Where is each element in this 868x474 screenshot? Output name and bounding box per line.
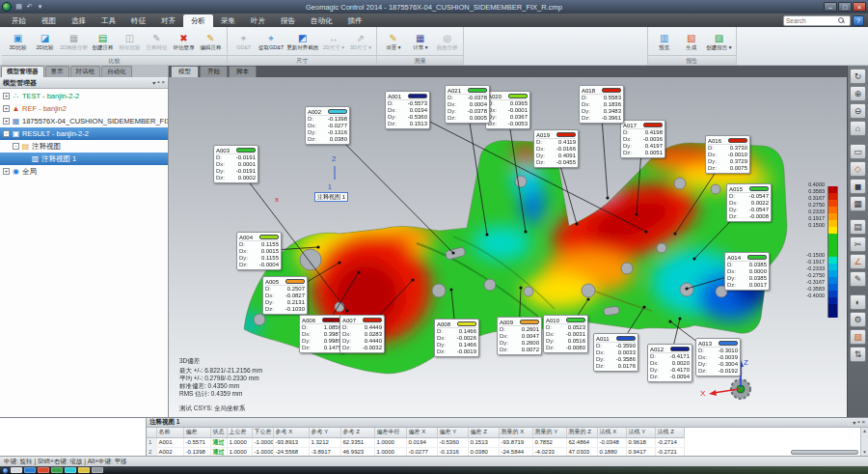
annotation-callout-A003[interactable]: A003D:-0.0191Dx:0.0001Dy:-0.0191Dz:0.000… [213,145,258,183]
create-annotation-button[interactable]: ▤创建注释 [90,32,116,51]
start-button[interactable] [2,467,9,474]
create-report-button[interactable]: ▨创建报告 ▾ [705,32,732,51]
table-column-header[interactable]: 法线 Z [655,428,684,437]
scene-3d[interactable]: 2 1 x Z X [169,77,847,417]
rotate-button[interactable]: ↻ [850,69,866,84]
layers-button[interactable]: ▧ [850,329,866,345]
edges-mode-button[interactable]: ▤ [850,219,866,235]
dim-3d-button[interactable]: ⇗3D尺寸 ▾ [347,32,373,51]
qat-dropdown-icon[interactable]: ▾ [36,2,44,12]
zoom-out-button[interactable]: ⊖ [850,103,866,119]
taskbar-app-1[interactable] [11,467,22,473]
grid-2d-button[interactable]: ▦2D网格分析 [59,32,89,51]
tree-expand-icon[interactable]: + [3,118,10,125]
shaded-mode-button[interactable]: ◼ [850,179,866,194]
tree-item-2[interactable]: +▲REF - banjin2 [0,102,168,115]
view-iso-button[interactable]: ◇ [850,161,866,177]
measure-button[interactable]: ∠ [850,254,866,269]
annotation-callout-A009[interactable]: A009D:0.2601Dx:0.0047Dy:0.2600Dz:0.0072 [497,317,542,355]
scroll-up-icon[interactable]: ▲ [861,428,868,434]
table-column-header[interactable]: 名称 [156,428,183,437]
menu-tab-6[interactable]: 对齐 [153,14,183,27]
panel-tab-3[interactable]: 对话框 [70,66,101,77]
table-horizontal-scrollbar[interactable] [791,450,858,455]
table-column-header[interactable]: 测量的 Z [566,428,597,437]
table-column-header[interactable]: 偏差半径 [374,428,406,437]
menu-tab-11[interactable]: 自动化 [303,14,340,27]
settings-pencil-button[interactable]: ✎设置 ▾ [380,32,406,51]
view-front-button[interactable]: ▭ [850,144,866,159]
annotation-callout-A019[interactable]: A019D:0.4119Dx:-0.0166Dy:0.4091Dz:-0.045… [533,129,579,168]
generate-button[interactable]: ▧生成 [678,32,704,51]
menu-tab-4[interactable]: 工具 [94,14,123,27]
save-icon[interactable]: ▤ [14,2,23,12]
taskbar-app-7[interactable] [92,467,103,473]
panel-menu-icon[interactable]: ▾ [152,79,155,86]
table-column-header[interactable]: 参考 X [273,428,309,437]
annotation-callout-A002[interactable]: A002D:-0.1398Dx:-0.0277Dy:-0.1316Dz:0.03… [305,106,350,145]
compare-2d-button[interactable]: ◪2D比较 [32,32,58,51]
app-logo-icon[interactable] [2,2,12,12]
minimize-button[interactable]: – [824,2,837,12]
calculate-button[interactable]: ▦计算 ▾ [407,32,433,51]
table-row[interactable]: 1A001-0.5571通过1.0000-1.0000-93.89131.321… [147,437,684,447]
table-column-header[interactable]: 法线 Y [626,428,655,437]
table-menu-icon[interactable]: ▾ [853,419,855,426]
undo-icon[interactable]: ↶ [25,2,34,12]
panel-pin-icon[interactable]: ▪ [157,79,159,86]
taskbar-app-4[interactable] [51,467,63,473]
menu-tab-7[interactable]: 分析 [183,14,213,27]
annotation-callout-A004[interactable]: A004D:0.1155Dx:0.0015Dy:0.1155Dz:-0.0004 [236,232,282,270]
scroll-down-icon[interactable]: ▼ [861,449,868,456]
tree-item-7[interactable]: +◉全局 [0,165,168,178]
taskbar-app-5[interactable] [65,467,76,473]
table-column-header[interactable]: 参考 Y [309,428,340,437]
tree-expand-icon[interactable]: - [3,130,10,137]
settings-button[interactable]: ⚙ [850,312,866,327]
menu-tab-10[interactable]: 报告 [273,14,303,27]
annotate-button[interactable]: ✎ [850,271,866,287]
annotation-view-scene-label[interactable]: 注释视图 1 [314,192,348,202]
panel-tab-2[interactable]: 显示 [45,66,69,77]
tree-item-4[interactable]: -▣RESULT - banjin-2-2 [0,127,168,140]
surface-analysis-button[interactable]: ◎曲面分析 [434,32,460,51]
gdt-button[interactable]: ⌖GD&T [231,32,257,51]
taskbar-app-6[interactable] [78,467,90,473]
search-icon[interactable] [838,17,845,24]
edit-annotation-button[interactable]: ✎编辑注释 [198,32,224,51]
table-column-header[interactable]: 法线 X [597,428,626,437]
feature-compare-button[interactable]: ◫特征比较 [117,32,143,51]
annotation-callout-A008[interactable]: A008D:0.1466Dx:-0.0026Dy:0.1466Dz:-0.001… [434,319,479,357]
tree-item-5[interactable]: -▤注释视图 [0,140,168,153]
tree-expand-icon[interactable]: + [3,93,10,99]
annotation-callout-A013[interactable]: A013D:-0.3010Dx:-0.0039Dy:-0.3004Dz:-0.0… [695,338,741,376]
table-column-header[interactable] [147,428,156,437]
taskbar-app-2[interactable] [24,467,36,473]
menu-tab-3[interactable]: 选择 [64,14,94,27]
extract-gdt-button[interactable]: ⌖提取GD&T [258,32,285,51]
annotation-callout-A018[interactable]: A018D:0.5583Dx:0.1836Dy:0.3483Dz:-0.3961 [579,85,624,124]
table-column-header[interactable]: 参考 Z [340,428,374,437]
table-row[interactable]: 2A002-0.1398通过1.0000-1.0000-24.5568-3.89… [147,447,684,456]
fit-view-button[interactable]: ⌂ [850,121,866,136]
tree-expand-icon[interactable]: - [13,143,19,150]
table-column-header[interactable]: 状态 [210,428,227,437]
table-column-header[interactable]: 偏差 [183,428,210,437]
annotation-callout-A007[interactable]: A007D:0.4449Dx:0.0283Dy:0.4440Dz:-0.0032 [339,315,385,353]
tree-item-6[interactable]: ▥注释视图 1 [0,153,168,165]
table-close-icon[interactable]: × [861,419,865,426]
menu-tab-5[interactable]: 特征 [123,14,153,27]
close-button[interactable]: × [853,2,866,12]
menu-tab-2[interactable]: 视图 [34,14,64,27]
annotation-callout-A012[interactable]: A012D:-0.4171Dx:0.0020Dy:-0.4170Dz:-0.00… [647,344,692,382]
annotation-callout-A017[interactable]: A017D:0.4198Dx:-0.0036Dy:0.4197Dz:0.0051 [620,120,665,158]
tree-expand-icon[interactable]: + [3,105,10,112]
menu-tab-9[interactable]: 叶片 [243,14,273,27]
sync-view-button[interactable]: ⇅ [850,347,866,362]
tree-item-1[interactable]: +∴TEST - banjin-2-2 [0,90,168,102]
annotate-feature-button[interactable]: ✎注释特征 [144,32,170,51]
dim-2d-button[interactable]: ↔2D尺寸 ▾ [320,32,346,51]
search-input[interactable] [784,17,838,24]
viewport-tab-3[interactable]: 脚本 [229,66,257,77]
annotation-callout-A016[interactable]: A016D:0.3730Dx:-0.0010Dy:0.3729Dz:0.0075 [705,135,750,174]
